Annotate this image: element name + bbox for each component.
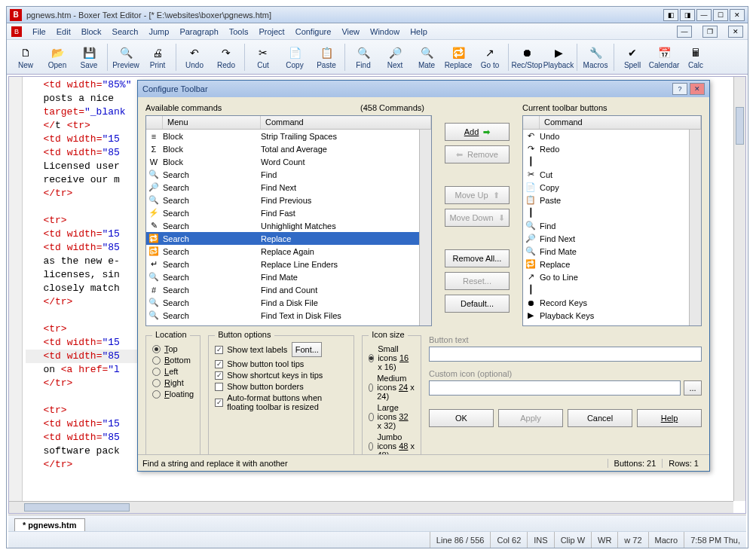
default-button[interactable]: Default... — [445, 295, 510, 313]
minimize-button[interactable]: — — [696, 9, 712, 21]
toolbar-button-row[interactable]: 🔍Find Mate — [523, 245, 701, 258]
menu-edit[interactable]: Edit — [57, 27, 71, 36]
command-row[interactable]: ↵SearchReplace Line Enders — [146, 258, 431, 270]
opt-show-tool-tips[interactable]: Show button tool tips — [215, 359, 347, 368]
tool-open[interactable]: 📂Open — [41, 44, 73, 71]
tool-preview[interactable]: 🔍Preview — [110, 44, 142, 71]
maximize-button[interactable]: ☐ — [713, 9, 728, 21]
ok-button[interactable]: OK — [429, 409, 494, 427]
tool-next[interactable]: 🔎Next — [379, 44, 411, 71]
toolbar-button-row[interactable]: 🔍Find — [523, 219, 701, 232]
command-row[interactable]: ⚡SearchFind Fast — [146, 206, 431, 219]
opt-show-text-labels[interactable]: Show text labels — [215, 345, 287, 354]
apply-button[interactable]: Apply — [498, 409, 563, 427]
child-restore-button[interactable]: ❐ — [702, 26, 718, 38]
toolbar-button-row[interactable]: ┃ — [523, 283, 701, 296]
toolbar-button-row[interactable]: ↷Redo — [523, 142, 701, 155]
command-row[interactable]: ≡BlockStrip Trailing Spaces — [146, 130, 431, 142]
close-button[interactable]: ✕ — [730, 9, 745, 21]
available-commands-list[interactable]: Menu Command ≡BlockStrip Trailing Spaces… — [145, 115, 432, 326]
iconsize-0[interactable]: Small icons 16 x 16) — [369, 344, 415, 371]
menu-configure[interactable]: Configure — [295, 27, 332, 36]
child-minimize-button[interactable]: — — [677, 26, 692, 38]
tool-new[interactable]: 🗋New — [10, 44, 41, 71]
toolbar-button-row[interactable]: 🔁Replace — [523, 258, 701, 270]
dialog-close-button[interactable]: ✕ — [690, 83, 705, 95]
doc-tab[interactable]: * pgnews.htm — [14, 518, 85, 531]
toolbar-button-row[interactable]: 🔎Find Next — [523, 232, 701, 245]
horizontal-scrollbar[interactable] — [9, 501, 733, 513]
toolbar-button-row[interactable]: 📄Copy — [523, 181, 701, 194]
command-row[interactable]: 🔍SearchFind Text in Disk Files — [146, 309, 431, 322]
menu-view[interactable]: View — [341, 27, 360, 36]
tool-cut[interactable]: ✂Cut — [247, 44, 279, 71]
iconsize-2[interactable]: Large icons 32 x 32) — [369, 403, 415, 430]
add-button[interactable]: Add➡ — [445, 123, 510, 141]
command-row[interactable]: ΣBlockTotal and Average — [146, 142, 431, 155]
cancel-button[interactable]: Cancel — [568, 409, 632, 427]
col-command[interactable]: Command — [261, 116, 431, 129]
next-window-btn[interactable]: ◨ — [680, 9, 695, 21]
tool-paste[interactable]: 📋Paste — [311, 44, 342, 71]
iconsize-1[interactable]: Medium icons 24 x 24) — [369, 374, 415, 401]
remove-button[interactable]: ⬅Remove — [445, 145, 510, 163]
tool-save[interactable]: 💾Save — [73, 44, 105, 71]
command-row[interactable]: ✎SearchUnhighlight Matches — [146, 219, 431, 232]
command-row[interactable]: 🔍SearchFind Previous — [146, 194, 431, 206]
toolbar-button-row[interactable]: ↗Go to Line — [523, 270, 701, 283]
move-up-button[interactable]: Move Up⬆ — [445, 186, 510, 204]
tool-find[interactable]: 🔍Find — [347, 44, 379, 71]
menu-paragraph[interactable]: Paragraph — [179, 27, 218, 36]
location-bottom[interactable]: Bottom — [152, 356, 194, 365]
tool-playback[interactable]: ▶Playback — [543, 44, 574, 71]
toolbar-button-row[interactable]: ⏺Record Keys — [523, 296, 701, 309]
menu-app-icon[interactable]: B — [11, 26, 22, 37]
toolbar-button-row[interactable]: ┃ — [523, 206, 701, 219]
toolbar-button-row[interactable]: 📋Paste — [523, 194, 701, 206]
list-scrollbar[interactable] — [419, 130, 431, 325]
menu-window[interactable]: Window — [370, 27, 399, 36]
toolbar-button-row[interactable]: ↶Undo — [523, 130, 701, 142]
command-row[interactable]: 🔁SearchReplace — [146, 232, 431, 245]
opt-show-borders[interactable]: Show button borders — [215, 382, 347, 391]
location-floating[interactable]: Floating — [152, 389, 194, 399]
child-close-button[interactable]: ✕ — [728, 26, 743, 38]
location-right[interactable]: Right — [152, 378, 194, 387]
tool-macros[interactable]: 🔧Macros — [580, 44, 611, 71]
tool-replace[interactable]: 🔁Replace — [442, 44, 474, 71]
location-top[interactable]: Top — [152, 344, 194, 353]
browse-icon-button[interactable]: ... — [684, 380, 702, 396]
command-row[interactable]: 🔎SearchFind Next — [146, 181, 431, 194]
tool-print[interactable]: 🖨Print — [142, 44, 173, 71]
opt-show-shortcut-keys[interactable]: Show shortcut keys in tips — [215, 371, 347, 380]
prev-window-btn[interactable]: ◧ — [663, 9, 678, 21]
list2-scrollbar[interactable] — [689, 130, 701, 325]
help-button[interactable]: Help — [637, 409, 702, 427]
command-row[interactable]: 🔂SearchReplace Again — [146, 245, 431, 258]
move-down-button[interactable]: Move Down⬇ — [445, 209, 510, 227]
remove-all-button[interactable]: Remove All... — [445, 249, 510, 267]
toolbar-button-row[interactable]: ┃ — [523, 155, 701, 168]
tool-calc[interactable]: 🖩Calc — [680, 44, 712, 71]
toolbar-button-row[interactable]: ✂Cut — [523, 168, 701, 181]
command-row[interactable]: 🔍SearchFind — [146, 168, 431, 181]
font-button[interactable]: Font... — [292, 342, 322, 357]
menu-file[interactable]: File — [32, 27, 46, 36]
tool-rec-stop[interactable]: ⏺Rec/Stop — [511, 44, 543, 71]
menu-tools[interactable]: Tools — [229, 27, 249, 36]
tool-calendar[interactable]: 📅Calendar — [648, 44, 680, 71]
menu-project[interactable]: Project — [259, 27, 284, 36]
tool-undo[interactable]: ↶Undo — [179, 44, 210, 71]
tool-go-to[interactable]: ↗Go to — [474, 44, 506, 71]
command-row[interactable]: 🔍SearchFind Mate — [146, 270, 431, 283]
tool-copy[interactable]: 📄Copy — [279, 44, 311, 71]
menu-jump[interactable]: Jump — [148, 27, 169, 36]
custom-icon-input[interactable] — [429, 380, 681, 396]
command-row[interactable]: 🔍SearchFind a Disk File — [146, 296, 431, 309]
command-row[interactable]: WBlockWord Count — [146, 155, 431, 168]
vertical-scrollbar[interactable] — [733, 77, 745, 501]
tool-redo[interactable]: ↷Redo — [210, 44, 242, 71]
current-buttons-list[interactable]: Command ↶Undo↷Redo┃✂Cut📄Copy📋Paste┃🔍Find… — [522, 115, 702, 326]
tool-spell[interactable]: ✔Spell — [617, 44, 648, 71]
opt-auto-format[interactable]: Auto-format buttons when floating toolba… — [215, 393, 347, 411]
